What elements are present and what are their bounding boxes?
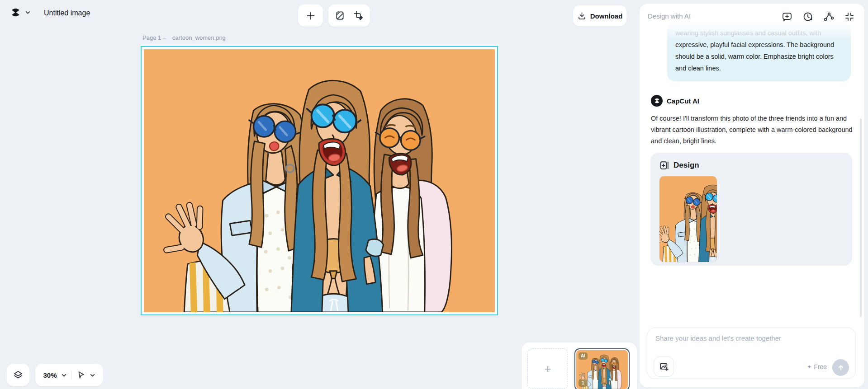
attach-image-button[interactable] [654,356,674,377]
send-button[interactable] [832,359,849,376]
chevron-down-icon[interactable] [61,372,67,378]
panel-header-actions [782,11,855,22]
page-number-label: Page 1 – [142,34,166,41]
add-element-button[interactable] [298,5,323,27]
page-file-name: cartoon_women.png [172,34,226,41]
design-with-ai-panel: Design with AI wearing stylish sunglasse… [640,4,864,387]
free-label: Free [814,363,827,370]
panel-scrollbar[interactable] [860,118,862,317]
new-chat-icon[interactable] [782,11,792,22]
divider [71,370,71,380]
canvas-page[interactable] [141,46,498,315]
chevron-down-icon[interactable] [90,372,95,378]
design-icon [659,160,669,170]
capcut-ai-avatar [651,95,663,107]
assistant-header: CapCut AI [651,95,699,107]
page-number-badge: 1 [579,380,588,387]
download-button[interactable]: Download [573,5,626,26]
user-message-text: expressive, playful facial expressions. … [675,41,834,72]
app-menu[interactable] [10,7,31,18]
collapse-icon[interactable] [844,11,855,22]
cursor-icon[interactable] [76,370,85,380]
page-thumbnail-1[interactable]: AI 1 [574,348,630,389]
download-icon [577,11,587,21]
document-title[interactable]: Untitled image [44,9,90,17]
user-message-bubble: wearing stylish sunglasses and casual ou… [667,22,851,81]
ai-badge: AI [579,352,588,360]
canvas-tools [328,5,370,27]
chat-input[interactable] [655,334,845,342]
panel-title: Design with AI [648,12,691,20]
add-page-label: + [544,362,551,376]
view-controls: 30% [35,364,103,386]
add-icon [305,10,316,21]
design-result-thumbnail[interactable] [659,176,717,262]
design-card-title: Design [674,161,699,170]
image-add-icon [659,362,669,372]
send-arrow-icon [836,363,845,372]
user-message-faded-line: wearing stylish sunglasses and casual ou… [675,29,821,37]
capcut-logo-icon [654,98,660,104]
share-icon[interactable] [823,11,834,22]
layers-icon [13,370,24,380]
layers-button[interactable] [7,364,29,386]
background-icon[interactable] [335,10,345,21]
capcut-editor: Untitled image Download Page 1 – cartoon… [0,0,868,389]
chat-composer[interactable]: ✦ Free [647,328,856,379]
sparkle-icon: ✦ [807,364,811,370]
assistant-message: Of course! I'll transform this photo of … [651,113,855,147]
add-page-button[interactable]: + [527,348,568,389]
cartoon-women-image [144,49,495,312]
zoom-level[interactable]: 30% [43,371,57,379]
page-label: Page 1 – cartoon_women.png [142,34,226,41]
chevron-down-icon [25,9,31,15]
download-label: Download [590,12,623,20]
history-icon[interactable] [802,11,813,22]
capcut-logo-icon [10,7,21,18]
design-card-header: Design [659,160,843,170]
pages-tray: + AI 1 [522,342,637,389]
crop-icon[interactable] [353,10,364,21]
assistant-name: CapCut AI [667,97,699,105]
design-card: Design [650,153,852,266]
free-credit-tag: ✦ Free [807,363,827,370]
